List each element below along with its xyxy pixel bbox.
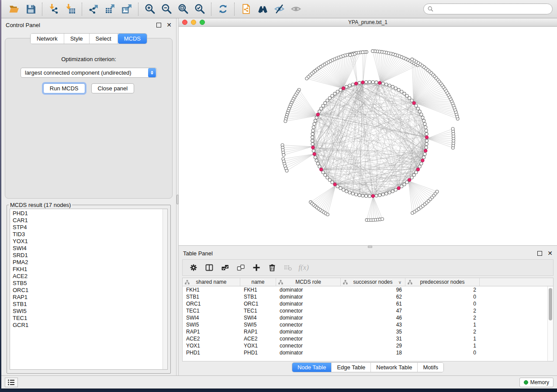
table-cell[interactable]: 1 [405, 342, 480, 349]
task-history-button[interactable] [5, 378, 18, 387]
mcds-result-item[interactable]: TEC1 [13, 315, 167, 322]
memory-button[interactable]: Memory [519, 378, 554, 387]
select-all-button[interactable] [218, 261, 232, 274]
graph-node[interactable] [358, 194, 361, 197]
table-cell[interactable]: PHD1 [240, 349, 276, 356]
tab-select[interactable]: Select [90, 34, 118, 44]
table-cell[interactable]: SWI4 [183, 314, 240, 321]
float-panel-icon[interactable] [537, 251, 542, 256]
tab-network-table[interactable]: Network Table [371, 363, 418, 372]
graph-node[interactable] [420, 162, 423, 165]
graph-node[interactable] [394, 188, 397, 191]
graph-node[interactable] [345, 190, 348, 193]
mcds-result-item[interactable]: ACE2 [13, 273, 167, 280]
table-cell[interactable]: RAP1 [240, 328, 276, 335]
graph-node[interactable] [311, 139, 314, 142]
graph-node[interactable] [405, 94, 408, 97]
graph-node[interactable] [315, 159, 318, 162]
graph-node[interactable] [405, 181, 408, 184]
graph-node[interactable] [421, 116, 424, 119]
graph-node[interactable] [305, 77, 308, 80]
table-cell[interactable]: YOX1 [240, 342, 276, 349]
graph-node[interactable] [351, 192, 354, 195]
graph-node[interactable] [423, 152, 426, 155]
table-cell[interactable]: dominator [276, 349, 341, 356]
search-input[interactable] [436, 6, 548, 12]
table-scrollbar[interactable] [547, 286, 553, 361]
tab-mcds[interactable]: MCDS [118, 34, 147, 44]
column-header-predecessor-nodes[interactable]: predecessor nodes [405, 278, 480, 286]
graph-node[interactable] [361, 51, 364, 54]
graph-node[interactable] [388, 84, 391, 87]
graph-node[interactable] [320, 107, 323, 110]
graph-node[interactable] [368, 80, 371, 83]
graph-node[interactable] [349, 54, 352, 57]
zoom-in-button[interactable] [142, 2, 158, 17]
mcds-result-item[interactable]: STP4 [13, 224, 167, 231]
table-cell[interactable]: 61 [341, 300, 405, 307]
graph-node[interactable] [284, 120, 287, 123]
graph-node[interactable] [385, 83, 388, 86]
splitter-handle[interactable] [368, 246, 372, 248]
delete-table-button[interactable] [281, 261, 294, 274]
graph-node[interactable] [388, 191, 391, 194]
table-cell[interactable]: 29 [341, 342, 405, 349]
graph-node[interactable] [416, 107, 419, 110]
graph-node[interactable] [416, 168, 419, 171]
graph-node[interactable] [408, 96, 411, 100]
import-table-button[interactable] [62, 2, 79, 17]
float-panel-icon[interactable] [156, 23, 161, 28]
export-image-button[interactable] [118, 2, 135, 17]
graph-node[interactable] [400, 185, 403, 188]
graph-node[interactable] [326, 176, 329, 179]
hide-selected-button[interactable] [271, 2, 287, 17]
table-cell[interactable]: dominator [276, 314, 341, 321]
table-cell[interactable]: ACE2 [183, 335, 240, 342]
table-cell[interactable]: 2 [405, 307, 480, 314]
tab-style[interactable]: Style [64, 34, 90, 44]
import-network-button[interactable] [45, 2, 62, 17]
table-cell[interactable]: SWI4 [240, 314, 276, 321]
mcds-result-item[interactable]: YOX1 [13, 238, 167, 245]
graph-node[interactable] [361, 194, 364, 197]
column-header-mcds-role[interactable]: MCDS role [276, 278, 341, 286]
graph-node[interactable] [328, 179, 331, 182]
table-cell[interactable]: dominator [276, 300, 341, 307]
table-cell[interactable]: ORC1 [240, 300, 276, 307]
table-cell[interactable]: PHD1 [183, 349, 240, 356]
graph-node[interactable] [311, 136, 314, 139]
graph-node[interactable] [311, 132, 314, 135]
graph-node[interactable] [358, 81, 361, 84]
table-cell[interactable]: RAP1 [183, 328, 240, 335]
zoom-selected-button[interactable] [191, 2, 208, 17]
graph-node[interactable] [371, 194, 374, 197]
table-cell[interactable]: 1 [405, 321, 480, 328]
table-cell[interactable]: FKH1 [183, 286, 240, 293]
graph-node[interactable] [313, 123, 316, 126]
graph-node[interactable] [311, 146, 315, 149]
graph-node[interactable] [339, 88, 342, 91]
function-builder-button[interactable]: f(x) [297, 261, 310, 274]
table-cell[interactable]: dominator [276, 293, 341, 300]
table-row[interactable]: YOX1YOX1connector291 [183, 342, 553, 349]
column-header-name[interactable]: name [240, 278, 276, 286]
graph-node[interactable] [375, 81, 378, 84]
mcds-result-item[interactable]: TID3 [13, 231, 167, 238]
close-panel-button[interactable]: Close panel [91, 83, 135, 93]
table-row[interactable]: ORC1ORC1dominator610 [183, 300, 553, 307]
graph-node[interactable] [451, 127, 454, 131]
mcds-result-item[interactable]: GCR1 [13, 322, 167, 329]
column-header-successor-nodes[interactable]: successor nodes∨ [341, 278, 405, 286]
mcds-result-item[interactable]: SWI4 [13, 245, 167, 252]
mcds-result-item[interactable]: SWI5 [13, 308, 167, 315]
tab-node-table[interactable]: Node Table [292, 363, 332, 372]
table-cell[interactable]: 0 [405, 349, 480, 356]
export-network-button[interactable] [85, 2, 102, 17]
graph-node[interactable] [368, 195, 371, 198]
mcds-result-item[interactable]: SRD1 [13, 252, 167, 259]
table-cell[interactable]: connector [276, 321, 341, 328]
graph-node[interactable] [336, 185, 339, 188]
table-cell[interactable]: 2 [405, 314, 480, 321]
graph-node[interactable] [381, 217, 384, 220]
graph-node[interactable] [365, 195, 368, 198]
